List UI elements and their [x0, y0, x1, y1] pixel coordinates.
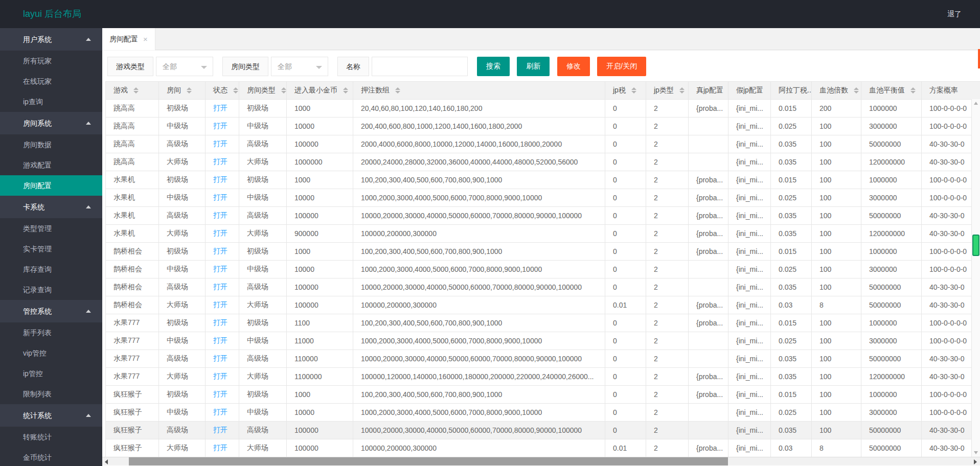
column-header[interactable]: 押注数组 [353, 82, 605, 100]
status-link[interactable]: 打开 [213, 372, 227, 380]
app-logo[interactable]: layui 后台布局 [23, 0, 81, 28]
column-header[interactable]: jp类型 [646, 82, 689, 100]
column-header[interactable]: 血池倍数 [812, 82, 861, 100]
sidebar-item[interactable]: 所有玩家 [0, 51, 102, 71]
game-type-selected-value: 全部 [163, 62, 177, 71]
sort-caret-icons[interactable] [133, 87, 139, 94]
sidebar-item[interactable]: vip管控 [0, 343, 102, 363]
status-link[interactable]: 打开 [213, 426, 227, 434]
status-link[interactable]: 打开 [213, 300, 227, 309]
horizontal-scrollbar[interactable] [102, 457, 980, 465]
sidebar-item[interactable]: 房间数据 [0, 134, 102, 155]
sidebar-item[interactable]: 在线玩家 [0, 71, 102, 91]
sidebar-item[interactable]: 管控系统 [0, 300, 102, 322]
scroll-right-icon[interactable] [974, 459, 977, 464]
status-link[interactable]: 打开 [213, 247, 227, 255]
cell-room: 中级场 [159, 332, 206, 350]
sidebar-item[interactable]: 转账统计 [0, 427, 102, 447]
column-header[interactable]: 阿拉丁税.. [771, 82, 812, 100]
status-link[interactable]: 打开 [213, 139, 227, 148]
cell-blood-multiple: 100 [812, 368, 861, 386]
status-link[interactable]: 打开 [213, 104, 227, 112]
sidebar-item[interactable]: 记录查询 [0, 279, 102, 300]
scroll-down-icon[interactable] [974, 451, 978, 454]
cell-real-jp: {proba... [689, 439, 728, 457]
column-header[interactable]: 假jp配置 [728, 82, 771, 100]
status-link[interactable]: 打开 [213, 211, 227, 219]
vertical-scrollbar[interactable] [971, 99, 980, 457]
vertical-scrollbar-thumb[interactable] [972, 235, 979, 256]
sort-caret-icons[interactable] [343, 87, 348, 94]
cell-jp-tax: 0 [605, 278, 646, 296]
status-link[interactable]: 打开 [213, 336, 227, 344]
sidebar-item[interactable]: 用户系统 [0, 28, 102, 51]
tab-room-config[interactable]: 房间配置 × [102, 28, 155, 50]
status-link[interactable]: 打开 [213, 354, 227, 362]
sidebar-item[interactable]: 统计系统 [0, 404, 102, 427]
cell-room: 大师场 [159, 368, 206, 386]
sidebar-item[interactable]: 金币统计 [0, 447, 102, 466]
sidebar-item[interactable]: 库存查询 [0, 259, 102, 279]
toolbar-button[interactable]: 开启/关闭 [597, 57, 646, 76]
sidebar-item[interactable]: 限制列表 [0, 384, 102, 404]
sidebar-item[interactable]: ip管控 [0, 363, 102, 384]
status-link[interactable]: 打开 [213, 444, 227, 452]
status-link[interactable]: 打开 [213, 408, 227, 416]
page-scrollbar-thumb[interactable] [978, 49, 980, 68]
sort-caret-icons[interactable] [395, 87, 400, 94]
cell-fake-jp: {ini_mi... [728, 153, 771, 171]
sort-caret-icons[interactable] [187, 87, 192, 94]
status-link[interactable]: 打开 [213, 157, 227, 166]
sort-asc-icon [133, 87, 139, 90]
sort-caret-icons[interactable] [679, 87, 685, 94]
status-link[interactable]: 打开 [213, 390, 227, 398]
sidebar-item[interactable]: 房间系统 [0, 112, 102, 134]
status-link[interactable]: 打开 [213, 122, 227, 130]
status-link[interactable]: 打开 [213, 283, 227, 291]
column-header[interactable]: 房间类型 [239, 82, 287, 100]
sidebar-item[interactable]: 类型管理 [0, 218, 102, 239]
sidebar-item[interactable]: 实卡管理 [0, 239, 102, 259]
sidebar-item[interactable]: ip查询 [0, 91, 102, 112]
sort-caret-icons[interactable] [631, 87, 636, 94]
status-link[interactable]: 打开 [213, 318, 227, 327]
scroll-left-icon[interactable] [105, 459, 108, 464]
status-link[interactable]: 打开 [213, 265, 227, 273]
sidebar-item[interactable]: 房间配置 [0, 175, 102, 196]
column-header[interactable]: 真jp配置 [689, 82, 728, 100]
column-header[interactable]: 方案概率 [922, 82, 980, 100]
sort-caret-icons[interactable] [854, 87, 859, 94]
cell-status: 打开 [206, 332, 239, 350]
toolbar-button[interactable]: 搜索 [477, 57, 510, 76]
toolbar-button[interactable]: 刷新 [517, 57, 550, 76]
sort-caret-icons[interactable] [233, 87, 238, 94]
sidebar-item[interactable]: 新手列表 [0, 322, 102, 343]
column-header[interactable]: 进入最小金币 [287, 82, 353, 100]
column-header[interactable]: 房间 [159, 82, 206, 100]
column-header[interactable]: 血池平衡值 [861, 82, 922, 100]
column-header[interactable]: 游戏 [106, 82, 159, 100]
cell-min-coin: 11000 [287, 332, 353, 350]
sort-caret-icons[interactable] [281, 87, 286, 94]
sort-caret-icons[interactable] [910, 87, 916, 94]
sidebar-item[interactable]: 游戏配置 [0, 155, 102, 175]
cell-room-type: 大师场 [239, 439, 287, 457]
column-header[interactable]: jp税 [605, 82, 646, 100]
cell-aladdin-tax: 0.035 [771, 422, 812, 439]
horizontal-scrollbar-thumb[interactable] [129, 457, 728, 465]
sidebar-item[interactable]: 卡系统 [0, 196, 102, 218]
room-type-select[interactable]: 全部 [271, 57, 328, 76]
logout-link[interactable]: 退了 [947, 0, 962, 28]
cell-status: 打开 [206, 404, 239, 422]
game-type-select[interactable]: 全部 [156, 57, 213, 76]
status-link[interactable]: 打开 [213, 175, 227, 183]
close-icon[interactable]: × [143, 35, 148, 43]
column-header[interactable]: 状态 [206, 82, 239, 100]
scroll-up-icon[interactable] [974, 102, 978, 105]
status-link[interactable]: 打开 [213, 229, 227, 237]
toolbar-button[interactable]: 修改 [557, 57, 590, 76]
status-link[interactable]: 打开 [213, 193, 227, 201]
name-input[interactable] [372, 57, 468, 76]
cell-blood-balance: 1000000 [861, 171, 922, 189]
cell-game: 疯狂猴子 [106, 439, 159, 457]
